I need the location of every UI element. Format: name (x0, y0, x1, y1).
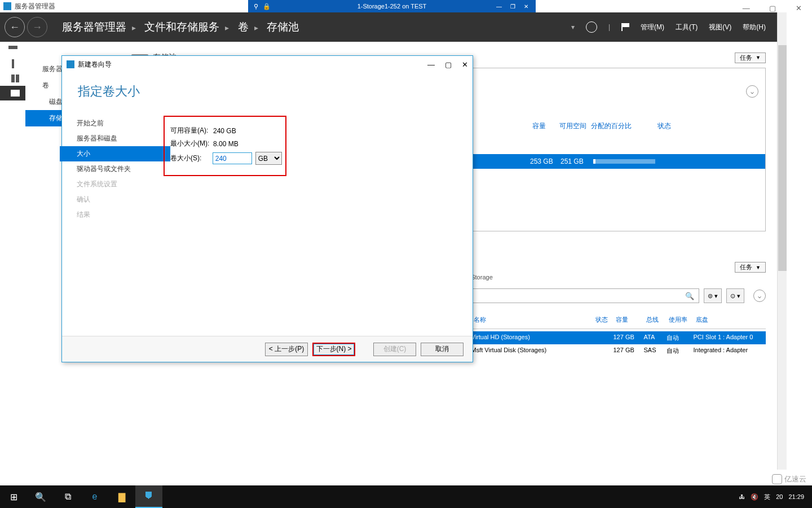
dcol-chassis[interactable]: 底盘 (694, 313, 766, 326)
lock-icon[interactable]: 🔒 (263, 3, 271, 10)
pool-capacity: 253 GB (530, 157, 553, 165)
step-result: 结果 (76, 207, 170, 222)
col-capacity[interactable]: 容量 (532, 121, 546, 131)
step-confirm: 确认 (76, 192, 170, 207)
server-manager-taskbar-icon[interactable]: ⛊ (135, 485, 162, 508)
pool-alloc-bar (593, 159, 655, 164)
remote-session-title: 1-Storage1-252 on TEST (358, 3, 427, 10)
col-status[interactable]: 状态 (657, 121, 671, 131)
wizard-next-button[interactable]: 下一步(N) > (312, 343, 355, 356)
col-free[interactable]: 可用空间 (559, 121, 586, 131)
pool-tasks-button[interactable]: 任务 (735, 52, 766, 63)
step-server-disk[interactable]: 服务器和磁盘 (76, 131, 170, 146)
pool-free: 251 GB (561, 157, 584, 165)
search-icon[interactable]: 🔍 (685, 292, 694, 300)
tray-ime[interactable]: 英 (764, 493, 770, 501)
available-label: 可用容量(A): (170, 126, 213, 135)
breadcrumb-pools[interactable]: 存储池 (267, 21, 299, 33)
breadcrumb-root[interactable]: 服务器管理器 (62, 21, 126, 33)
min-value: 8.00 MB (213, 140, 253, 148)
physical-disks-panel: 盘 es 上的 Storage 任务 器 🔍 ⊜ ▾ ⊙ ▾ ⌵ 插槽 名称 状… (449, 262, 766, 409)
search-button[interactable]: 🔍 (27, 485, 54, 508)
nav-back-button[interactable]: ← (5, 17, 25, 37)
servers-icon[interactable] (0, 56, 25, 71)
wizard-heading: 指定卷大小 (62, 73, 473, 102)
wizard-footer: < 上一步(P) 下一步(N) > 创建(C) 取消 (62, 336, 473, 362)
watermark-icon (772, 474, 782, 484)
taskbar: ⊞ 🔍 ⧉ e ▇ ⛊ 🖧 🔇 英 20 21:29 (0, 485, 812, 508)
app-title: 服务器管理器 (15, 2, 55, 11)
wizard-maximize-button[interactable]: ▢ (445, 60, 452, 69)
tray-clock[interactable]: 21:29 (788, 493, 804, 500)
menu-tools[interactable]: 工具(T) (676, 23, 698, 32)
remote-close-button[interactable]: ✕ (520, 2, 532, 11)
server-manager-header: ← → 服务器管理器▸ 文件和存储服务▸ 卷▸ 存储池 ▾ | 管理(M) 工具… (0, 12, 777, 42)
size-label: 卷大小(S): (170, 154, 213, 163)
new-volume-wizard: 新建卷向导 — ▢ ✕ 指定卷大小 开始之前 服务器和磁盘 大小 驱动器号或文件… (61, 55, 473, 362)
disks-collapse-button[interactable]: ⌵ (753, 290, 766, 302)
tray-date-num[interactable]: 20 (776, 493, 783, 500)
wizard-prev-button[interactable]: < 上一步(P) (265, 343, 308, 356)
dcol-capacity[interactable]: 容量 (614, 313, 644, 326)
start-button[interactable]: ⊞ (0, 485, 27, 508)
tray-network-icon[interactable]: 🖧 (739, 493, 745, 500)
left-icon-strip (0, 42, 25, 470)
storage-icon[interactable] (0, 86, 25, 100)
nav-forward-button: → (27, 17, 47, 37)
disk-row-1[interactable]: Msft Virtual Disk (Storages) 127 GB SAS … (449, 344, 766, 357)
task-view-button[interactable]: ⧉ (54, 485, 81, 508)
step-filesystem: 文件系统设置 (76, 177, 170, 192)
disk-filter-input[interactable]: 器 🔍 (449, 288, 700, 303)
menu-help[interactable]: 帮助(H) (743, 23, 766, 32)
wizard-steps: 开始之前 服务器和磁盘 大小 驱动器号或文件夹 文件系统设置 确认 结果 (76, 104, 170, 328)
dashboard-icon[interactable] (0, 42, 25, 56)
breadcrumb-volumes[interactable]: 卷 (238, 21, 249, 33)
pool-collapse-button[interactable]: ⌵ (746, 85, 758, 98)
explorer-icon[interactable]: ▇ (108, 485, 135, 508)
menu-manage[interactable]: 管理(M) (641, 23, 664, 32)
ie-icon[interactable]: e (81, 485, 108, 508)
dcol-usage[interactable]: 使用率 (667, 313, 694, 326)
disk-table: 插槽 名称 状态 容量 总线 使用率 底盘 Virtual HD (Storag… (449, 313, 766, 357)
min-label: 最小大小(M): (170, 139, 213, 148)
disks-tasks-button[interactable]: 任务 (735, 262, 766, 273)
system-tray: 🖧 🔇 英 20 21:29 (739, 493, 812, 501)
refresh-icon[interactable] (586, 21, 597, 33)
main-scrollbar[interactable] (777, 12, 787, 470)
col-alloc[interactable]: 分配的百分比 (591, 121, 632, 131)
remote-session-titlebar: ⚲ 🔒 1-Storage1-252 on TEST — ❐ ✕ (248, 0, 536, 12)
wizard-close-button[interactable]: ✕ (462, 60, 468, 69)
dcol-bus[interactable]: 总线 (644, 313, 667, 326)
volume-size-unit[interactable]: GB (255, 152, 282, 165)
step-size[interactable]: 大小 (60, 146, 170, 161)
wizard-title: 新建卷向导 (78, 60, 112, 69)
watermark: 亿速云 (772, 474, 806, 484)
highlighted-size-fields: 可用容量(A): 240 GB 最小大小(M): 8.00 MB 卷大小(S):… (164, 116, 286, 176)
pin-icon[interactable]: ⚲ (254, 3, 258, 10)
breadcrumb: 服务器管理器▸ 文件和存储服务▸ 卷▸ 存储池 (61, 20, 300, 34)
menu-view[interactable]: 视图(V) (709, 23, 731, 32)
filter-view-button[interactable]: ⊙ ▾ (726, 288, 744, 303)
outer-close-button[interactable]: ✕ (785, 0, 812, 16)
remote-restore-button[interactable]: ❐ (506, 2, 519, 11)
remote-minimize-button[interactable]: — (493, 2, 505, 11)
breadcrumb-files[interactable]: 文件和存储服务 (144, 21, 219, 33)
wizard-minimize-button[interactable]: — (427, 60, 435, 69)
available-value: 240 GB (213, 127, 253, 135)
dcol-status[interactable]: 状态 (593, 313, 614, 326)
step-drive-letter[interactable]: 驱动器号或文件夹 (76, 161, 170, 177)
volume-size-input[interactable] (213, 152, 252, 164)
wizard-titlebar[interactable]: 新建卷向导 — ▢ ✕ (62, 56, 473, 73)
filter-group-button[interactable]: ⊜ ▾ (704, 288, 722, 303)
wizard-icon (67, 60, 74, 68)
dcol-name[interactable]: 名称 (471, 313, 593, 326)
disk-row-0[interactable]: Virtual HD (Storages) 127 GB ATA 自动 PCI … (449, 331, 766, 344)
step-before[interactable]: 开始之前 (76, 116, 170, 131)
wizard-cancel-button[interactable]: 取消 (421, 343, 464, 356)
wizard-create-button: 创建(C) (373, 343, 416, 356)
all-servers-icon[interactable] (0, 71, 25, 86)
tray-volume-icon[interactable]: 🔇 (751, 493, 758, 501)
wizard-content: 可用容量(A): 240 GB 最小大小(M): 8.00 MB 卷大小(S):… (170, 104, 459, 328)
notifications-flag-icon[interactable] (621, 23, 629, 31)
server-manager-icon (3, 2, 11, 10)
